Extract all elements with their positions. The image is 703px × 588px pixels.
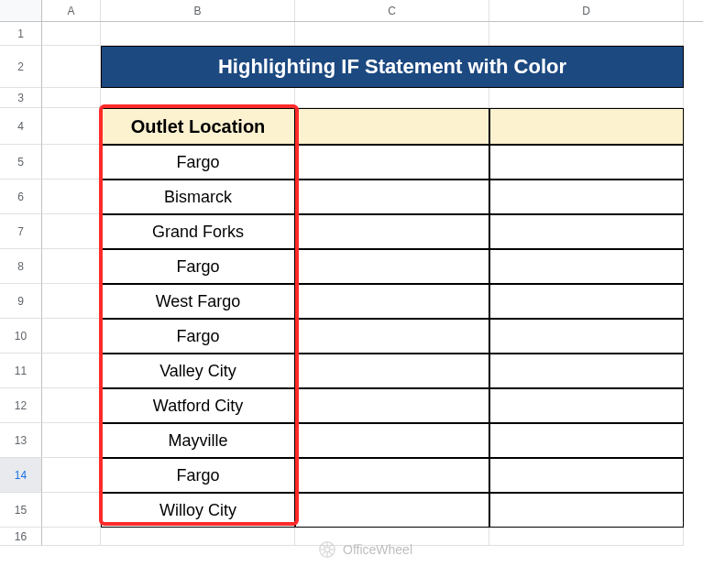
cell-A14[interactable] bbox=[42, 458, 101, 493]
cell-A2[interactable] bbox=[42, 46, 101, 88]
row-header-6[interactable]: 6 bbox=[0, 180, 42, 214]
svg-point-1 bbox=[324, 547, 330, 552]
row-header-12[interactable]: 12 bbox=[0, 388, 42, 423]
cell-A13[interactable] bbox=[42, 423, 101, 458]
cell-A8[interactable] bbox=[42, 249, 101, 284]
cell-D10[interactable] bbox=[489, 319, 684, 354]
row-13: Mayville bbox=[42, 423, 703, 458]
cell-A5[interactable] bbox=[42, 145, 101, 180]
cell-D5[interactable] bbox=[489, 145, 684, 180]
row-8: Fargo bbox=[42, 249, 703, 284]
cell-D8[interactable] bbox=[489, 249, 684, 284]
row-header-2[interactable]: 2 bbox=[0, 46, 42, 88]
cell-A3[interactable] bbox=[42, 88, 101, 108]
col-header-D[interactable]: D bbox=[489, 0, 684, 21]
cell-C13[interactable] bbox=[295, 423, 489, 458]
cell-B16[interactable] bbox=[101, 528, 295, 546]
row-header-7[interactable]: 7 bbox=[0, 214, 42, 249]
cell-A12[interactable] bbox=[42, 388, 101, 423]
row-15: Willoy City bbox=[42, 493, 703, 528]
cell-B5[interactable]: Fargo bbox=[101, 145, 295, 180]
row-4: Outlet Location bbox=[42, 108, 703, 145]
cell-D9[interactable] bbox=[489, 284, 684, 319]
col-header-C[interactable]: C bbox=[295, 0, 489, 21]
row-16 bbox=[42, 528, 703, 546]
row-header-9[interactable]: 9 bbox=[0, 284, 42, 319]
row-header-1[interactable]: 1 bbox=[0, 22, 42, 46]
cell-D14[interactable] bbox=[489, 458, 684, 493]
table-header-B[interactable]: Outlet Location bbox=[101, 108, 295, 145]
cell-A4[interactable] bbox=[42, 108, 101, 145]
cell-C8[interactable] bbox=[295, 249, 489, 284]
row-header-16[interactable]: 16 bbox=[0, 528, 42, 546]
grid-area[interactable]: Highlighting IF Statement with Color Out… bbox=[42, 22, 703, 588]
cell-B6[interactable]: Bismarck bbox=[101, 180, 295, 214]
row-header-14[interactable]: 14 bbox=[0, 458, 42, 493]
cell-A11[interactable] bbox=[42, 354, 101, 388]
cell-B15[interactable]: Willoy City bbox=[101, 493, 295, 528]
cell-C6[interactable] bbox=[295, 180, 489, 214]
svg-line-7 bbox=[329, 551, 333, 555]
cell-A10[interactable] bbox=[42, 319, 101, 354]
cell-D3[interactable] bbox=[489, 88, 684, 108]
cell-B7[interactable]: Grand Forks bbox=[101, 214, 295, 249]
cell-A15[interactable] bbox=[42, 493, 101, 528]
row-header-4[interactable]: 4 bbox=[0, 108, 42, 145]
cell-C3[interactable] bbox=[295, 88, 489, 108]
cell-B9[interactable]: West Fargo bbox=[101, 284, 295, 319]
cell-D15[interactable] bbox=[489, 493, 684, 528]
cell-C10[interactable] bbox=[295, 319, 489, 354]
cell-D16[interactable] bbox=[489, 528, 684, 546]
cell-B8[interactable]: Fargo bbox=[101, 249, 295, 284]
select-all-corner[interactable] bbox=[0, 0, 42, 21]
cell-D11[interactable] bbox=[489, 354, 684, 388]
cell-D13[interactable] bbox=[489, 423, 684, 458]
cell-C16[interactable] bbox=[295, 528, 489, 546]
cell-B14[interactable]: Fargo bbox=[101, 458, 295, 493]
cell-A6[interactable] bbox=[42, 180, 101, 214]
row-header-15[interactable]: 15 bbox=[0, 493, 42, 528]
cell-B13[interactable]: Mayville bbox=[101, 423, 295, 458]
row-header-13[interactable]: 13 bbox=[0, 423, 42, 458]
cell-C12[interactable] bbox=[295, 388, 489, 423]
row-3 bbox=[42, 88, 703, 108]
cell-D7[interactable] bbox=[489, 214, 684, 249]
row-header-11[interactable]: 11 bbox=[0, 354, 42, 388]
cell-A16[interactable] bbox=[42, 528, 101, 546]
cell-D12[interactable] bbox=[489, 388, 684, 423]
cell-A1[interactable] bbox=[42, 22, 101, 46]
cell-B10[interactable]: Fargo bbox=[101, 319, 295, 354]
row-9: West Fargo bbox=[42, 284, 703, 319]
column-headers-row: A B C D bbox=[0, 0, 703, 22]
cell-B1[interactable] bbox=[101, 22, 295, 46]
cell-D1[interactable] bbox=[489, 22, 684, 46]
cell-A9[interactable] bbox=[42, 284, 101, 319]
cell-C1[interactable] bbox=[295, 22, 489, 46]
row-header-8[interactable]: 8 bbox=[0, 249, 42, 284]
cell-D6[interactable] bbox=[489, 180, 684, 214]
cell-C14[interactable] bbox=[295, 458, 489, 493]
col-header-B[interactable]: B bbox=[101, 0, 295, 21]
cell-B3[interactable] bbox=[101, 88, 295, 108]
row-1 bbox=[42, 22, 703, 46]
row-header-10[interactable]: 10 bbox=[0, 319, 42, 354]
row-header-3[interactable]: 3 bbox=[0, 88, 42, 108]
cell-A7[interactable] bbox=[42, 214, 101, 249]
cell-C7[interactable] bbox=[295, 214, 489, 249]
title-banner[interactable]: Highlighting IF Statement with Color bbox=[101, 46, 684, 88]
row-5: Fargo bbox=[42, 145, 703, 180]
cell-B11[interactable]: Valley City bbox=[101, 354, 295, 388]
col-header-A[interactable]: A bbox=[42, 0, 101, 21]
spreadsheet: A B C D 1 2 3 4 5 6 7 8 9 10 11 12 13 14… bbox=[0, 0, 703, 588]
row-12: Watford City bbox=[42, 388, 703, 423]
cell-C9[interactable] bbox=[295, 284, 489, 319]
cell-C5[interactable] bbox=[295, 145, 489, 180]
cell-B12[interactable]: Watford City bbox=[101, 388, 295, 423]
row-header-5[interactable]: 5 bbox=[0, 145, 42, 180]
row-10: Fargo bbox=[42, 319, 703, 354]
cell-C15[interactable] bbox=[295, 493, 489, 528]
table-header-C[interactable] bbox=[295, 108, 489, 145]
cell-C11[interactable] bbox=[295, 354, 489, 388]
row-14: Fargo bbox=[42, 458, 703, 493]
table-header-D[interactable] bbox=[489, 108, 684, 145]
